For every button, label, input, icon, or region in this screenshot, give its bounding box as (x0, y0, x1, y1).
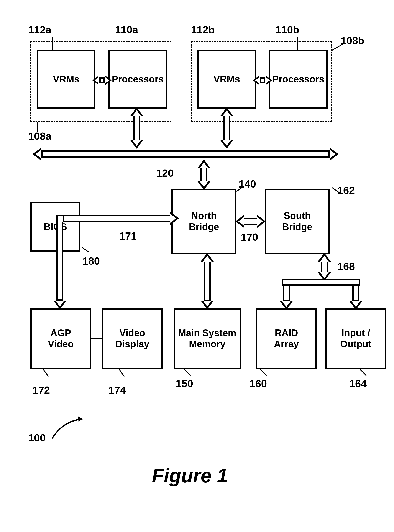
label-164: 164 (349, 378, 367, 390)
nb-sb-arrow (237, 215, 265, 228)
ref-100-arc-icon (50, 415, 85, 441)
raid-box: RAID Array (256, 308, 317, 369)
label-170: 170 (241, 231, 258, 243)
label-171: 171 (119, 230, 137, 242)
figure-caption: Figure 1 (152, 464, 228, 487)
sb-down-arrow (318, 254, 331, 280)
memory-box: Main System Memory (174, 308, 241, 369)
label-112b: 112b (191, 24, 215, 36)
branch-to-raid (280, 285, 293, 309)
branch-to-io (349, 285, 362, 309)
vrm-b-to-bus-arrow (220, 109, 233, 148)
label-120: 120 (156, 167, 174, 179)
nb-to-agp-arrow (57, 215, 171, 308)
label-174: 174 (109, 384, 126, 396)
nb-to-mem-arrow (201, 254, 214, 308)
label-180: 180 (83, 255, 100, 267)
south-bridge-box: South Bridge (265, 189, 330, 254)
vrm-proc-a-arrow (95, 74, 109, 87)
vrms-b-box: VRMs (197, 50, 256, 109)
video-display-box: Video Display (102, 308, 163, 369)
vrms-a-box: VRMs (37, 50, 95, 109)
io-box: Input / Output (326, 308, 386, 369)
label-168: 168 (337, 261, 355, 272)
sb-branch (282, 278, 360, 287)
label-112a: 112a (28, 24, 52, 36)
proc-a-to-bus-arrow (130, 109, 143, 148)
label-110b: 110b (275, 24, 299, 36)
host-bus-arrow (32, 148, 338, 161)
svg-marker-0 (78, 416, 83, 422)
bus-to-nb-arrow (197, 161, 210, 189)
label-162: 162 (337, 184, 355, 196)
north-bridge-box: North Bridge (171, 189, 237, 254)
label-108b: 108b (341, 35, 364, 47)
processors-b-box: Processors (269, 50, 328, 109)
label-160: 160 (249, 378, 267, 390)
vrm-proc-b-arrow (256, 74, 269, 87)
processors-a-box: Processors (109, 50, 167, 109)
label-110a: 110a (115, 24, 138, 36)
label-100: 100 (28, 432, 46, 444)
label-172: 172 (32, 384, 50, 396)
agp-video-box: AGP Video (30, 308, 91, 369)
label-150: 150 (176, 378, 193, 390)
label-108a: 108a (28, 130, 52, 142)
agp-to-display-line (91, 338, 102, 339)
